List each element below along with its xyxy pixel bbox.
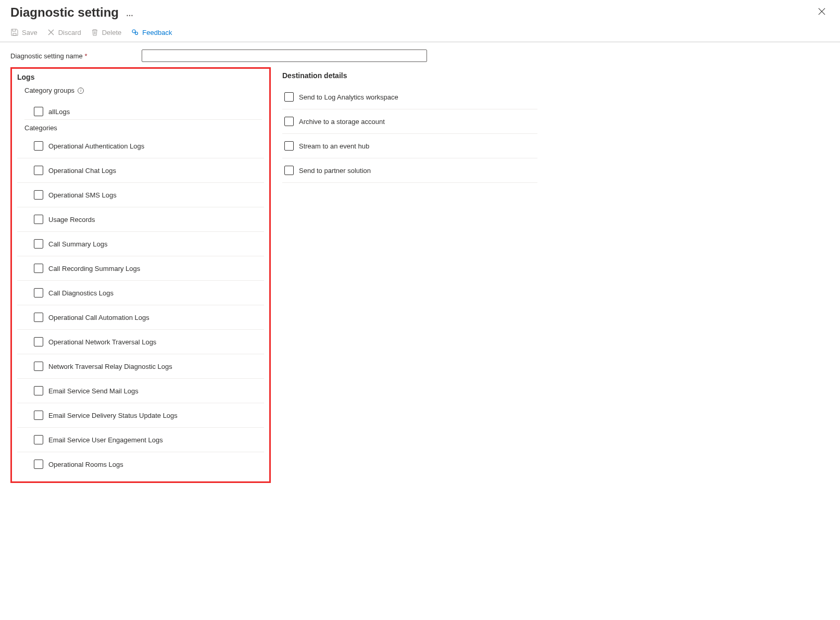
category-row[interactable]: Operational Chat Logs [17,158,264,183]
category-checkbox[interactable] [34,435,43,444]
destination-section: Destination details Send to Log Analytic… [282,67,537,183]
destination-checkbox[interactable] [284,117,294,126]
category-label: Operational Rooms Logs [48,461,123,468]
save-label: Save [22,29,37,36]
category-checkbox[interactable] [34,460,43,469]
category-row[interactable]: Operational SMS Logs [17,183,264,207]
info-icon[interactable]: i [78,88,84,94]
category-checkbox[interactable] [34,239,43,249]
category-row[interactable]: Call Diagnostics Logs [17,281,264,305]
category-checkbox[interactable] [34,313,43,322]
delete-icon [91,28,99,36]
category-checkbox[interactable] [34,166,43,175]
destination-row[interactable]: Archive to a storage account [282,109,537,134]
category-checkbox[interactable] [34,411,43,420]
category-label: Email Service Delivery Status Update Log… [48,412,178,419]
setting-name-input[interactable] [142,49,427,62]
save-icon [10,28,19,36]
delete-label: Delete [102,29,122,36]
category-label: Email Service Send Mail Logs [48,387,139,395]
destination-checkbox[interactable] [284,166,294,175]
category-row[interactable]: Email Service User Engagement Logs [17,428,264,452]
alllogs-row[interactable]: allLogs [17,100,264,119]
destination-checkbox[interactable] [284,92,294,102]
category-checkbox[interactable] [34,215,43,224]
category-groups-label: Category groups i [17,86,264,94]
category-row[interactable]: Operational Network Traversal Logs [17,330,264,354]
destination-label: Send to Log Analytics workspace [299,93,398,101]
category-row[interactable]: Call Summary Logs [17,232,264,256]
destination-row[interactable]: Stream to an event hub [282,134,537,158]
category-label: Operational Chat Logs [48,167,116,175]
category-row[interactable]: Email Service Delivery Status Update Log… [17,403,264,428]
destination-label: Archive to a storage account [299,118,385,126]
feedback-label: Feedback [142,29,172,36]
alllogs-label: allLogs [48,108,70,116]
category-checkbox[interactable] [34,337,43,346]
destination-checkbox[interactable] [284,141,294,151]
category-row[interactable]: Operational Call Automation Logs [17,305,264,330]
page-title-text: Diagnostic setting [10,5,119,20]
setting-name-label: Diagnostic setting name * [10,52,137,60]
discard-button[interactable]: Discard [47,28,81,36]
category-label: Operational Authentication Logs [48,142,144,150]
alllogs-checkbox[interactable] [34,107,43,116]
category-row[interactable]: Call Recording Summary Logs [17,256,264,281]
category-checkbox[interactable] [34,288,43,297]
logs-title: Logs [17,73,264,81]
category-checkbox[interactable] [34,264,43,273]
discard-label: Discard [58,29,81,36]
close-button[interactable] [814,6,830,19]
category-checkbox[interactable] [34,362,43,371]
command-toolbar: Save Discard Delete Feedback [0,24,840,42]
category-row[interactable]: Operational Authentication Logs [17,134,264,158]
category-checkbox[interactable] [34,386,43,395]
feedback-button[interactable]: Feedback [131,28,172,36]
category-label: Usage Records [48,216,95,224]
destination-label: Send to partner solution [299,167,371,175]
category-label: Operational Call Automation Logs [48,314,149,321]
category-label: Operational Network Traversal Logs [48,338,156,346]
categories-label: Categories [17,124,264,132]
category-row[interactable]: Operational Rooms Logs [17,452,264,472]
destination-label: Stream to an event hub [299,142,369,150]
category-row[interactable]: Usage Records [17,207,264,232]
required-indicator: * [84,52,87,60]
category-checkbox[interactable] [34,190,43,200]
destination-row[interactable]: Send to Log Analytics workspace [282,85,537,109]
destination-row[interactable]: Send to partner solution [282,158,537,183]
category-label: Operational SMS Logs [48,191,117,199]
delete-button[interactable]: Delete [91,28,122,36]
ellipsis-icon[interactable]: … [126,9,133,18]
save-button[interactable]: Save [10,28,37,36]
category-label: Call Recording Summary Logs [48,265,140,272]
feedback-icon [131,28,139,36]
category-checkbox[interactable] [34,141,43,151]
discard-icon [47,28,55,36]
category-label: Email Service User Engagement Logs [48,436,163,444]
category-label: Call Diagnostics Logs [48,289,114,297]
category-row[interactable]: Network Traversal Relay Diagnostic Logs [17,354,264,379]
category-row[interactable]: Email Service Send Mail Logs [17,379,264,403]
destination-title: Destination details [282,71,537,80]
category-label: Call Summary Logs [48,240,107,248]
logs-section: Logs Category groups i allLogs Categorie… [10,67,271,483]
category-label: Network Traversal Relay Diagnostic Logs [48,363,172,370]
page-title: Diagnostic setting … [10,5,133,20]
